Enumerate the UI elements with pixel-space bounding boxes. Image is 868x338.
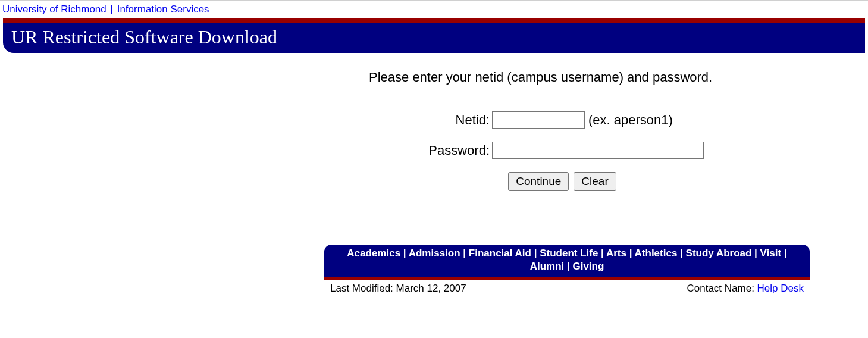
continue-button[interactable]: Continue bbox=[508, 172, 569, 191]
header-red-bar bbox=[3, 18, 865, 23]
footer-link-financial-aid[interactable]: Financial Aid bbox=[469, 248, 531, 259]
contact: Contact Name: Help Desk bbox=[687, 283, 804, 295]
footer-link-giving[interactable]: Giving bbox=[572, 261, 604, 272]
instruction-text: Please enter your netid (campus username… bbox=[324, 70, 865, 85]
password-row: Password: bbox=[419, 142, 865, 159]
last-modified-value: March 12, 2007 bbox=[396, 283, 466, 294]
last-modified: Last Modified: March 12, 2007 bbox=[330, 283, 466, 295]
login-form: Netid: (ex. aperson1) Password: bbox=[419, 111, 865, 159]
header-banner: UR Restricted Software Download bbox=[3, 23, 865, 53]
footer-link-arts[interactable]: Arts bbox=[606, 248, 626, 259]
footer-sep: | bbox=[781, 248, 786, 259]
breadcrumb-separator: | bbox=[111, 4, 113, 15]
main-content: Please enter your netid (campus username… bbox=[3, 53, 865, 191]
netid-input[interactable] bbox=[492, 111, 585, 129]
footer-sep: | bbox=[460, 248, 469, 259]
footer-link-alumni[interactable]: Alumni bbox=[530, 261, 565, 272]
clear-button[interactable]: Clear bbox=[574, 172, 616, 191]
footer-nav: Academics | Admission | Financial Aid | … bbox=[324, 245, 810, 277]
footer-sep: | bbox=[598, 248, 606, 259]
breadcrumb: University of Richmond | Information Ser… bbox=[0, 1, 868, 18]
password-label: Password: bbox=[419, 143, 492, 158]
netid-hint: (ex. aperson1) bbox=[588, 112, 673, 128]
footer-sep: | bbox=[751, 248, 760, 259]
footer: Academics | Admission | Financial Aid | … bbox=[3, 245, 865, 295]
footer-link-academics[interactable]: Academics bbox=[347, 248, 400, 259]
breadcrumb-university-link[interactable]: University of Richmond bbox=[2, 4, 106, 15]
footer-link-admission[interactable]: Admission bbox=[409, 248, 460, 259]
breadcrumb-infoservices-link[interactable]: Information Services bbox=[117, 4, 209, 15]
netid-row: Netid: (ex. aperson1) bbox=[419, 111, 865, 129]
footer-link-study-abroad[interactable]: Study Abroad bbox=[686, 248, 752, 259]
contact-link[interactable]: Help Desk bbox=[757, 283, 804, 294]
footer-sep: | bbox=[564, 261, 572, 272]
footer-link-athletics[interactable]: Athletics bbox=[635, 248, 678, 259]
contact-label: Contact Name: bbox=[687, 283, 757, 294]
footer-sep: | bbox=[626, 248, 635, 259]
footer-link-student-life[interactable]: Student Life bbox=[540, 248, 598, 259]
footer-sep: | bbox=[531, 248, 540, 259]
netid-label: Netid: bbox=[419, 112, 492, 128]
footer-info: Last Modified: March 12, 2007 Contact Na… bbox=[324, 280, 810, 295]
footer-sep: | bbox=[677, 248, 685, 259]
page-title: UR Restricted Software Download bbox=[11, 26, 857, 48]
password-input[interactable] bbox=[492, 142, 704, 159]
last-modified-label: Last Modified: bbox=[330, 283, 396, 294]
button-row: Continue Clear bbox=[419, 172, 705, 191]
footer-link-visit[interactable]: Visit bbox=[760, 248, 782, 259]
footer-sep: | bbox=[400, 248, 409, 259]
